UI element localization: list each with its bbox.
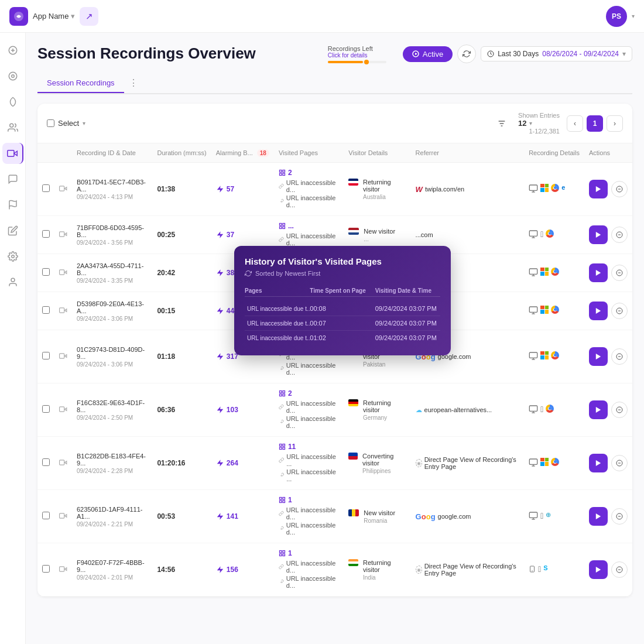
play-button[interactable] xyxy=(589,347,608,366)
svg-marker-111 xyxy=(596,513,601,519)
referrer-value: ...com xyxy=(416,231,433,238)
prev-page-button[interactable]: ‹ xyxy=(567,115,583,132)
exclude-button[interactable] xyxy=(611,508,628,525)
sidebar-item-recordings[interactable] xyxy=(2,143,23,164)
tooltip-date: 09/24/2024 03:07 PM xyxy=(375,320,440,327)
windows-icon xyxy=(540,306,549,314)
duration: 14:56 xyxy=(157,566,175,574)
svg-rect-32 xyxy=(279,224,282,226)
sidebar-item-users[interactable] xyxy=(2,117,23,138)
visitor-type: New visitor xyxy=(364,509,395,516)
visitor-details: Returning visitor Australia xyxy=(348,179,406,200)
chrome-icon xyxy=(546,229,554,238)
visitor-country: Philippines xyxy=(362,468,406,474)
play-button[interactable] xyxy=(589,400,608,419)
sidebar-item-settings[interactable] xyxy=(2,246,23,267)
play-button[interactable] xyxy=(589,180,608,198)
entries-range: 1-12/2,381 xyxy=(518,128,560,135)
play-button[interactable] xyxy=(589,454,608,472)
alarming-value: 156 xyxy=(216,566,269,574)
sidebar-item-add[interactable] xyxy=(2,40,23,61)
play-button[interactable] xyxy=(589,302,608,320)
svg-marker-91 xyxy=(64,461,67,464)
sidebar-item-chat[interactable] xyxy=(2,169,23,190)
date-chevron-icon: ▾ xyxy=(622,50,626,58)
row-checkbox[interactable] xyxy=(42,565,50,573)
svg-rect-80 xyxy=(279,391,282,393)
row-checkbox[interactable] xyxy=(42,184,50,192)
tab-more-options[interactable]: ⋮ xyxy=(124,73,143,93)
play-button[interactable] xyxy=(589,560,608,579)
refresh-button[interactable] xyxy=(457,44,476,63)
select-all-checkbox[interactable] xyxy=(47,119,54,127)
exclude-button[interactable] xyxy=(611,303,628,319)
nav-share-icon[interactable]: ↗ xyxy=(80,7,98,26)
svg-point-11 xyxy=(11,278,15,282)
row-checkbox[interactable] xyxy=(42,458,50,466)
play-button[interactable] xyxy=(589,507,608,526)
row-checkbox[interactable] xyxy=(42,405,50,413)
toolbar-right: Shown Entries 12 ▾ 1-12/2,381 ‹ 1 › xyxy=(492,112,623,135)
sidebar-item-flag[interactable] xyxy=(2,194,23,215)
user-avatar[interactable]: PS xyxy=(606,6,627,27)
alarming-value: 264 xyxy=(216,459,269,467)
device-icons xyxy=(529,351,580,362)
sidebar-item-person[interactable] xyxy=(2,272,23,293)
recordings-bar xyxy=(328,61,386,63)
svg-marker-67 xyxy=(64,354,67,357)
chrome-icon xyxy=(551,306,559,314)
exclude-button[interactable] xyxy=(611,227,628,243)
desktop-icon xyxy=(529,306,538,317)
exclude-button[interactable] xyxy=(611,265,628,281)
referrer-value: google.com xyxy=(438,513,471,520)
exclude-button[interactable] xyxy=(611,402,628,418)
date-range-button[interactable]: Last 30 Days 08/26/2024 - 09/24/2024 ▾ xyxy=(481,46,632,61)
tab-session-recordings[interactable]: Session Recordings xyxy=(37,74,124,93)
sidebar-item-analytics[interactable] xyxy=(2,91,23,112)
recording-id: F16C832E-9E63-4D1F-8... xyxy=(77,399,148,413)
row-checkbox[interactable] xyxy=(42,352,50,359)
sidebar-item-dashboard[interactable] xyxy=(2,66,23,87)
chrome-icon xyxy=(551,184,559,192)
svg-marker-103 xyxy=(64,514,67,517)
exclude-button[interactable] xyxy=(611,348,628,365)
windows-icon xyxy=(540,184,549,192)
entries-per-page: 12 xyxy=(518,119,526,128)
exclude-button[interactable] xyxy=(611,455,628,471)
sidebar-item-edit[interactable] xyxy=(2,220,23,241)
nav-dropdown[interactable]: App Name ▾ xyxy=(33,12,75,20)
device-icons:  xyxy=(529,229,580,241)
device-icons xyxy=(529,458,580,469)
row-checkbox[interactable] xyxy=(42,268,50,276)
shown-entries-label: Shown Entries xyxy=(518,112,560,119)
play-button[interactable] xyxy=(589,263,608,282)
chrome-icon xyxy=(546,405,554,413)
svg-marker-63 xyxy=(596,308,601,314)
recordings-click-details[interactable]: Click for details xyxy=(328,52,386,59)
svg-marker-43 xyxy=(64,270,67,273)
apple-icon:  xyxy=(540,405,543,416)
select-all[interactable]: Select ▾ xyxy=(47,119,85,128)
svg-rect-66 xyxy=(60,353,64,358)
svg-marker-13 xyxy=(415,53,417,55)
table-row: F9402E07-F72F-4BBB-9... 09/24/2024 - 2:0… xyxy=(37,543,632,597)
exclude-button[interactable] xyxy=(611,561,628,578)
row-checkbox[interactable] xyxy=(42,230,50,238)
exclude-button[interactable] xyxy=(611,181,628,197)
recordings-left: Recordings Left Click for details xyxy=(328,45,386,63)
row-checkbox[interactable] xyxy=(42,306,50,314)
mobile-icon xyxy=(529,564,536,576)
date-range-label: Last 30 Days xyxy=(498,50,539,58)
video-icon xyxy=(59,512,67,522)
play-button[interactable] xyxy=(589,225,608,244)
page-entry: URL inaccessible d... xyxy=(279,415,339,429)
app-logo[interactable] xyxy=(9,7,28,26)
svg-marker-115 xyxy=(64,567,67,570)
row-checkbox[interactable] xyxy=(42,512,50,519)
visitor-details: Converting visitor Philippines xyxy=(348,453,406,474)
duration: 00:53 xyxy=(157,512,175,520)
alarming-value: 141 xyxy=(216,512,269,520)
active-button[interactable]: Active xyxy=(403,46,453,62)
next-page-button[interactable]: › xyxy=(607,115,623,132)
filter-icon[interactable] xyxy=(492,114,511,133)
